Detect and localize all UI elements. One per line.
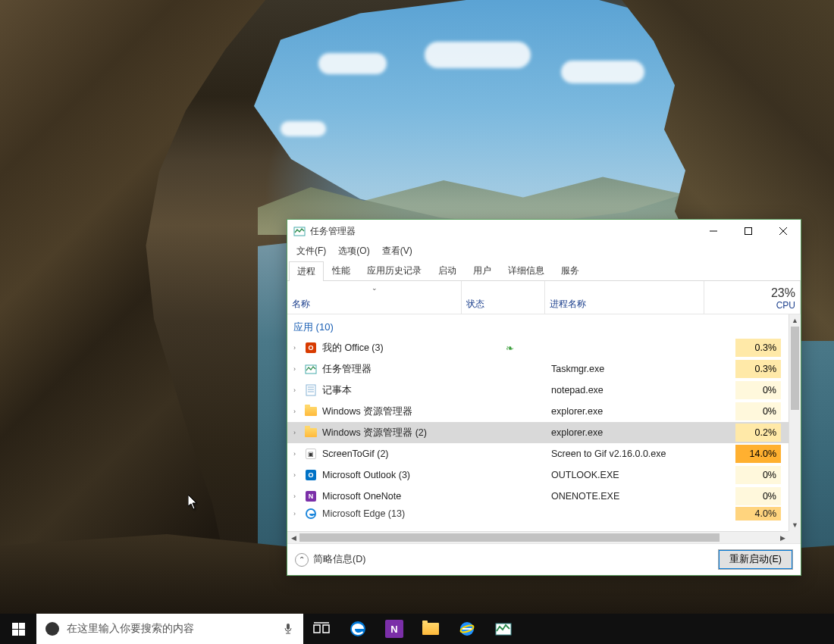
process-row[interactable]: ›O我的 Office (3)❧0.3% [287, 337, 789, 358]
menubar: 文件(F) 选项(O) 查看(V) [287, 242, 801, 259]
process-row[interactable]: ›记事本notepad.exe0% [287, 380, 789, 401]
svg-rect-11 [12, 623, 18, 629]
wallpaper-cloud [318, 53, 387, 74]
app-icon [304, 405, 318, 417]
column-cpu[interactable]: 23% CPU [704, 281, 801, 314]
taskbar-search[interactable]: 在这里输入你要搜索的内容 [36, 614, 303, 644]
expand-icon[interactable]: › [293, 510, 304, 517]
cpu-label: CPU [709, 300, 795, 311]
titlebar[interactable]: 任务管理器 [287, 220, 801, 242]
scroll-up-button[interactable]: ▲ [789, 314, 801, 327]
app-icon: ▣ [304, 448, 318, 460]
svg-rect-6 [306, 385, 315, 395]
process-exe: explorer.exe [551, 406, 710, 417]
mouse-cursor [188, 495, 199, 510]
app-icon [304, 363, 318, 375]
cpu-total-value: 23% [709, 286, 795, 300]
window-controls [696, 220, 801, 242]
tab-startup[interactable]: 启动 [430, 261, 465, 280]
process-name: Microsoft Outlook (3) [322, 470, 468, 480]
process-exe: ONENOTE.EXE [551, 491, 710, 502]
horizontal-scrollbar[interactable]: ◀ ▶ [287, 531, 789, 543]
close-button[interactable] [766, 220, 801, 242]
menu-options[interactable]: 选项(O) [332, 243, 375, 259]
menu-file[interactable]: 文件(F) [290, 243, 332, 259]
taskbar-app-onenote[interactable]: N [376, 614, 412, 644]
process-name: Windows 资源管理器 (2) [322, 427, 468, 439]
taskmgr-icon [293, 225, 306, 237]
process-row[interactable]: ›Windows 资源管理器explorer.exe0% [287, 401, 789, 422]
process-exe: OUTLOOK.EXE [551, 470, 710, 480]
wallpaper-cloud [561, 61, 644, 83]
app-icon [304, 427, 318, 439]
search-placeholder: 在这里输入你要搜索的内容 [67, 622, 274, 636]
process-name: 记事本 [322, 384, 468, 397]
expand-icon[interactable]: › [293, 344, 304, 352]
expand-icon[interactable]: › [293, 386, 304, 394]
start-button[interactable] [0, 614, 36, 644]
process-name: Microsoft Edge (13) [322, 508, 468, 519]
tab-app-history[interactable]: 应用历史记录 [359, 261, 430, 280]
wallpaper-cloud [281, 121, 326, 136]
process-row[interactable]: ›Microsoft Edge (13)4.0% [287, 507, 789, 521]
taskbar-app-explorer[interactable] [412, 614, 449, 644]
microphone-icon [282, 623, 294, 635]
tab-users[interactable]: 用户 [465, 261, 500, 280]
svg-rect-13 [12, 630, 18, 636]
tab-services[interactable]: 服务 [553, 261, 588, 280]
column-status[interactable]: 状态 [462, 281, 545, 314]
scroll-thumb[interactable] [299, 533, 720, 542]
process-status: ❧ [468, 342, 551, 354]
process-list-viewport[interactable]: 应用 (10) ›O我的 Office (3)❧0.3%›任务管理器Taskmg… [287, 314, 789, 531]
fewer-details-label: 简略信息(D) [313, 553, 365, 566]
svg-rect-12 [19, 623, 25, 629]
process-row[interactable]: ›Windows 资源管理器 (2)explorer.exe0.2% [287, 422, 789, 443]
expand-icon[interactable]: › [293, 365, 304, 373]
app-icon [304, 384, 318, 396]
taskbar-app-ie[interactable] [449, 614, 485, 644]
app-icon: O [304, 469, 318, 481]
scroll-right-button[interactable]: ▶ [776, 532, 789, 543]
expand-icon[interactable]: › [293, 471, 304, 479]
expand-icon[interactable]: › [293, 492, 304, 500]
process-cpu: 0.3% [710, 360, 789, 378]
process-row[interactable]: ›▣ScreenToGif (2)Screen to Gif v2.16.0.0… [287, 443, 789, 464]
expand-icon[interactable]: › [293, 429, 304, 436]
fewer-details-button[interactable]: ⌃ 简略信息(D) [295, 553, 365, 567]
taskbar-app-taskmgr[interactable] [485, 614, 522, 644]
process-row[interactable]: ›任务管理器Taskmgr.exe0.3% [287, 358, 789, 380]
column-name[interactable]: ⌄ 名称 [287, 281, 462, 314]
cortana-icon [45, 622, 59, 636]
task-view-button[interactable] [303, 614, 340, 644]
column-process-name[interactable]: 进程名称 [545, 281, 704, 314]
scroll-down-button[interactable]: ▼ [789, 519, 801, 531]
minimize-button[interactable] [696, 220, 731, 242]
taskbar-app-edge[interactable] [340, 614, 376, 644]
expand-icon[interactable]: › [293, 408, 304, 415]
process-name: 我的 Office (3) [322, 342, 468, 355]
scroll-left-button[interactable]: ◀ [287, 532, 299, 543]
process-cpu: 0% [710, 466, 789, 484]
tab-performance[interactable]: 性能 [324, 261, 359, 280]
vertical-scrollbar[interactable]: ▲ ▼ [789, 314, 801, 531]
process-row[interactable]: ›OMicrosoft Outlook (3)OUTLOOK.EXE0% [287, 464, 789, 486]
process-row[interactable]: ›NMicrosoft OneNoteONENOTE.EXE0% [287, 486, 789, 507]
app-icon [304, 508, 318, 520]
process-cpu: 4.0% [710, 507, 789, 521]
task-manager-window: 任务管理器 文件(F) 选项(O) 查看(V) 进程 性能 应用历史记录 启动 … [287, 219, 801, 576]
process-list: 应用 (10) ›O我的 Office (3)❧0.3%›任务管理器Taskmg… [287, 314, 801, 543]
expand-icon[interactable]: › [293, 450, 304, 458]
menu-view[interactable]: 查看(V) [376, 243, 419, 259]
restart-button[interactable]: 重新启动(E) [718, 549, 793, 570]
process-name: ScreenToGif (2) [322, 449, 468, 459]
scroll-thumb[interactable] [791, 327, 799, 410]
tab-details[interactable]: 详细信息 [500, 261, 553, 280]
maximize-button[interactable] [731, 220, 766, 242]
process-exe: notepad.exe [551, 385, 710, 395]
svg-rect-2 [745, 228, 752, 235]
sort-indicator-icon: ⌄ [372, 284, 378, 292]
process-cpu: 0.3% [710, 339, 789, 357]
group-apps: 应用 (10) [287, 314, 789, 337]
process-name: Microsoft OneNote [322, 491, 468, 502]
tab-processes[interactable]: 进程 [289, 261, 324, 281]
